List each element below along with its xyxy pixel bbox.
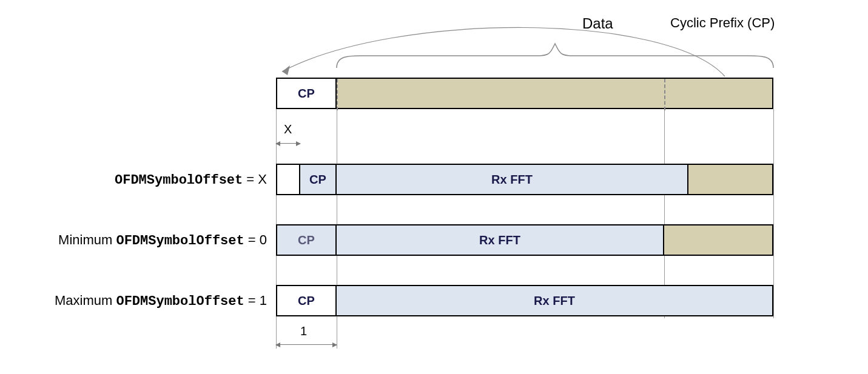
one-marker-label: 1 bbox=[300, 324, 307, 338]
data-label: Data bbox=[582, 15, 613, 32]
row2-label: Minimum OFDMSymbolOffset = 0 bbox=[24, 232, 267, 249]
row3-cp-segment: CP bbox=[276, 285, 337, 316]
row2-tail-segment bbox=[664, 224, 773, 256]
row1-cp-text: CP bbox=[309, 173, 326, 187]
guide-line-right-edge bbox=[773, 109, 774, 318]
cyclic-prefix-label: Cyclic Prefix (CP) bbox=[670, 15, 775, 31]
row1-rxfft-segment: Rx FFT bbox=[337, 164, 688, 195]
row1-rxfft-text: Rx FFT bbox=[491, 173, 533, 187]
x-marker-arrow bbox=[276, 143, 300, 144]
row3-rxfft-text: Rx FFT bbox=[534, 294, 575, 308]
one-marker-arrow bbox=[276, 344, 337, 345]
row1-leading-segment bbox=[276, 164, 300, 195]
row1-label: OFDMSymbolOffset = X bbox=[24, 172, 267, 188]
row0-dashed-right bbox=[664, 79, 665, 110]
row2-rxfft-segment: Rx FFT bbox=[337, 224, 664, 256]
row3-cp-text: CP bbox=[298, 294, 315, 308]
row0-cp-segment: CP bbox=[276, 78, 337, 109]
row0-cp-text: CP bbox=[298, 87, 315, 101]
row2-rxfft-text: Rx FFT bbox=[479, 233, 520, 247]
row1-cp-segment: CP bbox=[300, 164, 337, 195]
row3-label: Maximum OFDMSymbolOffset = 1 bbox=[24, 293, 267, 309]
svg-marker-0 bbox=[282, 65, 290, 75]
row3-rxfft-segment: Rx FFT bbox=[337, 285, 773, 316]
row0-data-segment bbox=[337, 78, 773, 109]
row0-dashed-left bbox=[337, 79, 338, 110]
row2-cp-text: CP bbox=[298, 233, 315, 247]
x-marker-label: X bbox=[284, 122, 292, 136]
row2-cp-segment: CP bbox=[276, 224, 337, 256]
row1-tail-segment bbox=[688, 164, 773, 195]
